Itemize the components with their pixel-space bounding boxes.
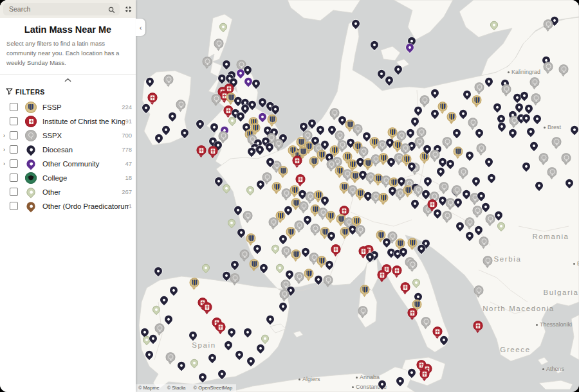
map-marker-diocesan-pin[interactable] <box>181 128 188 139</box>
map-marker-diocesan-pin[interactable] <box>475 128 483 139</box>
map-marker-diocesan-pin[interactable] <box>155 133 163 145</box>
filter-checkbox-diocesan[interactable] <box>10 145 18 154</box>
expand-chevron-icon[interactable]: › <box>3 147 10 153</box>
map-marker-institute-of-christ-the-king-badge[interactable] <box>331 244 341 256</box>
map-marker-other-pin[interactable] <box>219 22 227 33</box>
map-marker-diocesan-pin[interactable] <box>477 191 485 202</box>
map-marker-sspx-badge[interactable] <box>477 143 486 156</box>
map-marker-sspx-badge[interactable] <box>559 64 569 76</box>
map-marker-diocesan-pin[interactable] <box>315 274 322 286</box>
map-marker-sspx-badge[interactable] <box>212 94 221 106</box>
map-marker-fssp-badge[interactable] <box>438 102 448 114</box>
sidebar-collapse-tab[interactable]: ‹ <box>136 19 145 36</box>
map-marker-diocesan-pin[interactable] <box>422 189 430 200</box>
map-marker-diocesan-pin[interactable] <box>215 176 223 188</box>
map-marker-sspx-badge[interactable] <box>473 206 482 218</box>
map-marker-other-pin[interactable] <box>152 305 160 316</box>
filter-row-fssp[interactable]: FSSP224 <box>0 100 136 114</box>
map-marker-diocesan-pin[interactable] <box>482 202 490 213</box>
map-marker-sspx-badge[interactable] <box>552 137 562 149</box>
map-marker-diocesan-pin[interactable] <box>218 73 226 85</box>
map-marker-fssp-badge[interactable] <box>279 166 288 178</box>
map-marker-sspx-badge[interactable] <box>452 185 462 197</box>
map-marker-fssp-badge[interactable] <box>190 278 199 290</box>
map-marker-fssp-badge[interactable] <box>291 249 301 262</box>
map-marker-diocesan-pin[interactable] <box>142 103 150 114</box>
map-marker-diocesan-pin[interactable] <box>146 76 154 88</box>
map-marker-diocesan-pin[interactable] <box>225 340 232 352</box>
map-marker-diocesan-pin[interactable] <box>149 334 157 345</box>
map-marker-diocesan-pin[interactable] <box>260 263 268 274</box>
filter-checkbox-other-ordo-praedicatorum[interactable] <box>10 202 18 210</box>
map-marker-diocesan-pin[interactable] <box>424 176 432 188</box>
map-marker-diocesan-pin[interactable] <box>326 260 333 271</box>
map-marker-sspx-badge[interactable] <box>338 140 347 152</box>
map-marker-diocesan-pin[interactable] <box>571 125 578 136</box>
map-marker-sspx-badge[interactable] <box>439 182 449 194</box>
map-marker-fssp-badge[interactable] <box>472 95 482 107</box>
map-marker-other-pin[interactable] <box>223 183 230 195</box>
map-marker-diocesan-pin[interactable] <box>463 89 471 101</box>
map-marker-diocesan-pin[interactable] <box>302 247 309 258</box>
map-marker-diocesan-pin[interactable] <box>252 78 260 90</box>
map-marker-fssp-badge[interactable] <box>379 193 389 205</box>
map-marker-other-pin[interactable] <box>228 116 236 127</box>
map-marker-diocesan-pin[interactable] <box>248 147 255 158</box>
map-marker-sspx-badge[interactable] <box>299 201 309 213</box>
map-marker-diocesan-pin[interactable] <box>257 343 264 355</box>
map-marker-diocesan-pin[interactable] <box>244 65 252 76</box>
map-marker-diocesan-pin[interactable] <box>165 314 172 326</box>
map-marker-fssp-badge[interactable] <box>272 182 282 194</box>
map-marker-institute-of-christ-the-king-badge[interactable] <box>420 369 430 381</box>
map-marker-institute-of-christ-the-king-badge[interactable] <box>197 145 207 157</box>
map-marker-diocesan-pin[interactable] <box>231 260 239 271</box>
map-marker-sspx-badge[interactable] <box>358 306 368 318</box>
expand-chevron-icon[interactable]: › <box>3 132 10 139</box>
map-marker-sspx-badge[interactable] <box>282 246 291 258</box>
map-marker-sspx-badge[interactable] <box>269 217 279 229</box>
map-marker-diocesan-pin[interactable] <box>396 376 404 388</box>
map-marker-institute-of-christ-the-king-badge[interactable] <box>378 270 387 282</box>
filter-row-college[interactable]: College18 <box>0 171 136 185</box>
map-marker-diocesan-pin[interactable] <box>327 231 335 242</box>
map-marker-fssp-badge[interactable] <box>447 112 457 124</box>
map-marker-diocesan-pin[interactable] <box>256 145 264 156</box>
map-marker-diocesan-pin[interactable] <box>162 125 170 136</box>
map-marker-diocesan-pin[interactable] <box>418 244 425 255</box>
map-marker-diocesan-pin[interactable] <box>466 150 473 162</box>
map-marker-institute-of-christ-the-king-badge[interactable] <box>293 156 302 168</box>
map-marker-diocesan-pin[interactable] <box>259 97 266 109</box>
map-marker-diocesan-pin[interactable] <box>286 269 293 281</box>
map-marker-diocesan-pin[interactable] <box>223 271 230 282</box>
map-marker-diocesan-pin[interactable] <box>475 225 482 236</box>
map-marker-institute-of-christ-the-king-badge[interactable] <box>408 308 418 320</box>
map-marker-diocesan-pin[interactable] <box>145 350 153 361</box>
map-marker-diocesan-pin[interactable] <box>565 178 573 190</box>
map-marker-sspx-badge[interactable] <box>544 19 553 31</box>
map-marker-sspx-badge[interactable] <box>502 84 511 96</box>
map-marker-diocesan-pin[interactable] <box>466 231 473 242</box>
map-marker-sspx-badge[interactable] <box>443 211 452 223</box>
filter-row-sspx[interactable]: ›SSPX700 <box>0 129 136 143</box>
map-marker-diocesan-pin[interactable] <box>371 40 378 51</box>
map-marker-diocesan-pin[interactable] <box>446 159 454 170</box>
map-marker-sspx-badge[interactable] <box>295 220 304 233</box>
map-marker-diocesan-pin[interactable] <box>498 121 506 133</box>
map-marker-diocesan-pin[interactable] <box>530 141 538 152</box>
map-marker-sspx-badge[interactable] <box>408 260 418 272</box>
map-marker-fssp-badge[interactable] <box>250 259 259 271</box>
map-attribution[interactable]: © Mapme© Stadia© OpenStreetMap <box>136 384 236 392</box>
map-marker-diocesan-pin[interactable] <box>459 109 467 120</box>
map-marker-sspx-badge[interactable] <box>530 77 540 89</box>
map-marker-fssp-badge[interactable] <box>360 285 370 297</box>
map-marker-sspx-badge[interactable] <box>203 57 212 69</box>
map-marker-diocesan-pin[interactable] <box>317 125 324 136</box>
filter-row-institute-of-christ-the-king[interactable]: Institute of Christ the King91 <box>0 114 136 129</box>
map-marker-diocesan-pin[interactable] <box>456 221 464 233</box>
map-marker-diocesan-pin[interactable] <box>248 100 256 111</box>
map-marker-sspx-badge[interactable] <box>465 217 475 229</box>
map-marker-diocesan-pin[interactable] <box>266 157 274 168</box>
filter-checkbox-sspx[interactable] <box>10 131 18 139</box>
map-marker-diocesan-pin[interactable] <box>522 161 530 173</box>
map-marker-diocesan-pin[interactable] <box>237 111 244 123</box>
